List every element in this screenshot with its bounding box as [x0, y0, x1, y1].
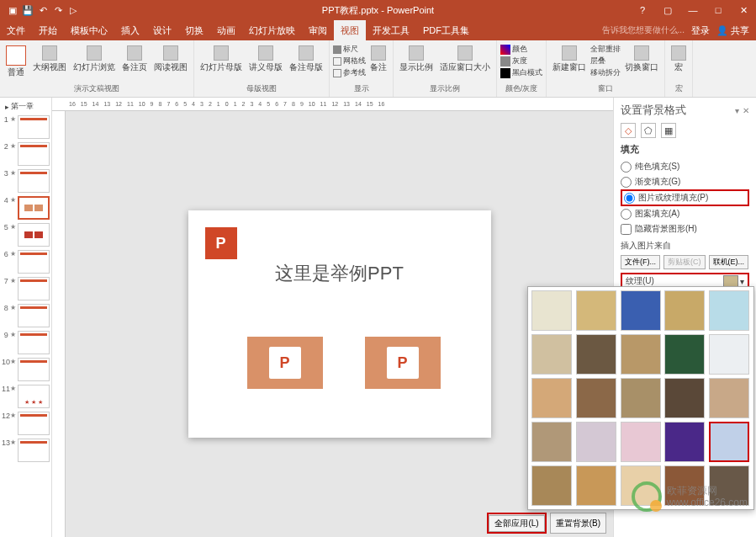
close-icon[interactable]: ✕ — [731, 0, 756, 20]
blackwhite-button[interactable]: 黑白模式 — [500, 67, 542, 78]
normal-view-button[interactable]: 普通 — [3, 44, 29, 80]
texture-swatch[interactable] — [576, 422, 616, 462]
tab-developer[interactable]: 开发工具 — [366, 20, 416, 40]
switch-windows-button[interactable]: 切换窗口 — [622, 44, 661, 75]
slide-thumbnail[interactable]: 7★ — [2, 275, 50, 302]
texture-swatch[interactable] — [709, 378, 749, 418]
gridlines-checkbox[interactable]: 网格线 — [333, 56, 366, 66]
slide-thumbnail[interactable]: 3★ — [2, 167, 50, 194]
chapter-header[interactable]: ▸ 第一章 — [2, 99, 50, 114]
pattern-fill-radio[interactable]: 图案填充(A) — [621, 206, 749, 221]
texture-swatch[interactable] — [576, 290, 616, 331]
redo-icon[interactable]: ↷ — [52, 4, 64, 16]
picture-fill-radio[interactable]: 图片或纹理填充(P) — [621, 189, 749, 206]
tab-transitions[interactable]: 切换 — [178, 20, 210, 40]
slide-thumbnail[interactable]: 8★ — [2, 302, 50, 329]
slide-thumbnail[interactable]: 11★★ ★ ★ — [2, 383, 50, 410]
slide-thumbnail[interactable]: 1★ — [2, 114, 50, 141]
cascade-button[interactable]: 层叠 — [590, 56, 621, 66]
apply-all-button[interactable]: 全部应用(L) — [489, 515, 544, 532]
tab-review[interactable]: 审阅 — [302, 20, 334, 40]
texture-swatch[interactable] — [621, 378, 661, 418]
slide-canvas[interactable]: P 这里是举例PPT P P — [188, 210, 491, 438]
tab-animations[interactable]: 动画 — [210, 20, 242, 40]
tab-slideshow[interactable]: 幻灯片放映 — [242, 20, 302, 40]
slide-thumbnail[interactable]: 2★ — [2, 141, 50, 167]
zoom-button[interactable]: 显示比例 — [397, 44, 436, 75]
ribbon-toggle-icon[interactable]: ▢ — [655, 0, 680, 20]
pane-dropdown-icon[interactable]: ▾ — [735, 106, 739, 115]
start-icon[interactable]: ▷ — [67, 4, 79, 16]
texture-swatch[interactable] — [531, 378, 572, 418]
texture-swatch[interactable] — [664, 290, 705, 331]
reading-view-button[interactable]: 阅读视图 — [151, 44, 190, 75]
undo-icon[interactable]: ↶ — [37, 4, 49, 16]
tab-home[interactable]: 开始 — [32, 20, 64, 40]
texture-swatch[interactable] — [531, 422, 572, 462]
tell-me[interactable]: 告诉我您想要做什么... — [602, 24, 685, 36]
texture-swatch[interactable] — [621, 290, 661, 331]
hide-bg-checkbox[interactable]: 隐藏背景图形(H) — [621, 221, 749, 237]
tab-file[interactable]: 文件 — [0, 20, 32, 40]
help-icon[interactable]: ? — [630, 0, 655, 20]
slide-panel[interactable]: ▸ 第一章 1★2★3★4★5★6★7★8★9★10★11★★ ★ ★12★13… — [0, 98, 52, 537]
login-button[interactable]: 登录 — [691, 24, 710, 37]
texture-swatch[interactable] — [576, 334, 616, 375]
guides-checkbox[interactable]: 参考线 — [333, 67, 366, 78]
texture-swatch[interactable] — [664, 422, 705, 462]
texture-swatch[interactable] — [664, 334, 705, 375]
fill-tab-icon[interactable]: ◇ — [621, 123, 636, 138]
slide-thumbnail[interactable]: 4★ — [2, 194, 50, 221]
effects-tab-icon[interactable]: ⬠ — [641, 123, 656, 138]
outline-view-button[interactable]: 大纲视图 — [30, 44, 69, 75]
texture-swatch[interactable] — [576, 378, 616, 418]
notes-page-button[interactable]: 备注页 — [119, 44, 150, 75]
maximize-icon[interactable]: □ — [706, 0, 731, 20]
texture-swatch[interactable] — [531, 465, 572, 506]
ruler-checkbox[interactable]: 标尺 — [333, 44, 366, 55]
clipboard-button[interactable]: 剪贴板(C) — [663, 255, 706, 269]
solid-fill-radio[interactable]: 纯色填充(S) — [621, 159, 749, 174]
move-split-button[interactable]: 移动拆分 — [590, 67, 621, 78]
picture-tab-icon[interactable]: ▦ — [661, 123, 676, 138]
macros-button[interactable]: 宏 — [669, 44, 689, 75]
arrange-all-button[interactable]: 全部重排 — [590, 44, 621, 55]
tab-design[interactable]: 设计 — [146, 20, 178, 40]
tab-view[interactable]: 视图 — [334, 20, 366, 40]
pane-close-icon[interactable]: ✕ — [743, 106, 749, 115]
texture-swatch[interactable] — [531, 334, 572, 375]
slide-thumbnail[interactable]: 12★ — [2, 410, 50, 437]
slide-thumbnail[interactable]: 5★ — [2, 221, 50, 248]
slide-thumbnail[interactable]: 10★ — [2, 356, 50, 383]
texture-swatch[interactable] — [621, 334, 661, 375]
share-button[interactable]: 👤 共享 — [716, 24, 749, 37]
texture-swatch[interactable] — [621, 422, 661, 462]
fit-window-button[interactable]: 适应窗口大小 — [437, 44, 493, 75]
tab-insert[interactable]: 插入 — [114, 20, 146, 40]
texture-swatch[interactable] — [709, 334, 749, 375]
texture-swatch[interactable] — [709, 422, 749, 462]
file-button[interactable]: 文件(F)... — [621, 255, 660, 269]
texture-swatch[interactable] — [664, 378, 705, 418]
new-window-button[interactable]: 新建窗口 — [550, 44, 589, 75]
handout-master-button[interactable]: 讲义母版 — [246, 44, 285, 75]
reset-bg-button[interactable]: 重置背景(B) — [550, 513, 606, 534]
texture-swatch[interactable] — [709, 290, 749, 331]
minimize-icon[interactable]: — — [680, 0, 706, 20]
notes-button[interactable]: 备注 — [367, 44, 389, 75]
fill-section[interactable]: 填充 — [621, 143, 749, 156]
tab-templates[interactable]: 模板中心 — [64, 20, 114, 40]
slide-thumbnail[interactable]: 13★ — [2, 437, 50, 464]
save-icon[interactable]: 💾 — [22, 4, 34, 16]
slide-master-button[interactable]: 幻灯片母版 — [198, 44, 245, 75]
online-button[interactable]: 联机(E)... — [709, 255, 749, 269]
gradient-fill-radio[interactable]: 渐变填充(G) — [621, 174, 749, 189]
texture-swatch[interactable] — [576, 465, 616, 506]
tab-pdf[interactable]: PDF工具集 — [416, 20, 476, 40]
color-button[interactable]: 颜色 — [500, 44, 542, 55]
slide-sorter-button[interactable]: 幻灯片浏览 — [71, 44, 118, 75]
slide-thumbnail[interactable]: 9★ — [2, 329, 50, 356]
texture-swatch[interactable] — [531, 290, 572, 331]
notes-master-button[interactable]: 备注母版 — [287, 44, 325, 75]
grayscale-button[interactable]: 灰度 — [500, 56, 542, 66]
